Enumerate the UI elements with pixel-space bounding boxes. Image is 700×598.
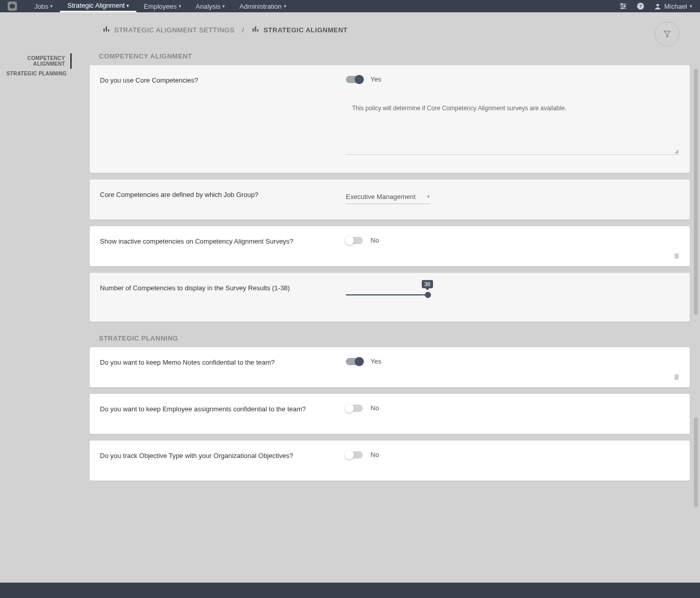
scrollbar[interactable] (694, 69, 698, 583)
toggle-memo-confidential[interactable] (346, 358, 363, 365)
select-value: Executive Management (346, 193, 416, 201)
dropdown-caret-icon: ▼ (426, 194, 430, 199)
user-name: Michael (664, 3, 687, 10)
nav-label: Jobs (34, 3, 48, 10)
slider-value: 38 (422, 280, 433, 288)
chevron-down-icon: ▾ (127, 3, 129, 8)
chevron-down-icon: ▾ (690, 4, 692, 9)
toggle-value: No (370, 451, 379, 459)
chevron-down-icon: ▾ (222, 4, 225, 9)
breadcrumb-label: STRATEGIC ALIGNMENT (263, 26, 347, 34)
setting-memo-confidential: Do you want to keep Memo Notes confident… (90, 347, 690, 387)
topbar-right: ? Michael ▾ (619, 2, 692, 10)
svg-marker-0 (9, 3, 15, 9)
sidebar-item-competency-alignment[interactable]: COMPETENCY ALIGNMENT (0, 53, 72, 69)
toggle-value: No (370, 236, 379, 244)
nav-employees[interactable]: Employees▾ (136, 0, 188, 12)
setting-label: Do you track Objective Type with your Or… (100, 451, 346, 470)
main-nav: Jobs▾ Strategic Alignment▾ Employees▾ An… (27, 0, 294, 12)
setting-label: Do you want to keep Memo Notes confident… (100, 357, 346, 377)
setting-label: Show inactive competencies on Competency… (100, 236, 346, 256)
main-content: STRATEGIC ALIGNMENT SETTINGS / STRATEGIC… (72, 12, 700, 583)
svg-rect-16 (257, 29, 259, 31)
help-icon[interactable]: ? (636, 2, 645, 10)
nav-administration[interactable]: Administration▾ (232, 0, 293, 12)
nav-label: Administration (239, 3, 281, 10)
svg-text:?: ? (639, 4, 642, 9)
svg-rect-15 (255, 27, 256, 32)
sidebar: COMPETENCY ALIGNMENT STRATEGIC PLANNING (0, 12, 72, 583)
page-body: COMPETENCY ALIGNMENT STRATEGIC PLANNING … (0, 12, 700, 583)
toggle-value: No (370, 404, 379, 412)
filter-button[interactable] (655, 22, 680, 46)
slider-num-competencies[interactable]: 38 (346, 294, 428, 295)
breadcrumb-settings[interactable]: STRATEGIC ALIGNMENT SETTINGS (102, 25, 235, 34)
setting-label: Do you use Core Competencies? (100, 75, 346, 163)
setting-label: Do you want to keep Employee assignments… (100, 404, 346, 424)
setting-core-competencies: Do you use Core Competencies? Yes This p… (90, 65, 690, 173)
svg-rect-13 (108, 29, 110, 31)
svg-rect-14 (253, 28, 254, 31)
bar-chart-icon (252, 25, 259, 34)
breadcrumb: STRATEGIC ALIGNMENT SETTINGS / STRATEGIC… (90, 25, 690, 34)
setting-label: Number of Competencies to display in the… (100, 283, 346, 311)
section-title-competency: COMPETENCY ALIGNMENT (90, 52, 690, 60)
setting-num-competencies: Number of Competencies to display in the… (90, 273, 690, 322)
toggle-value: Yes (370, 75, 381, 83)
breadcrumb-separator: / (242, 26, 244, 34)
breadcrumb-current: STRATEGIC ALIGNMENT (252, 25, 347, 34)
nav-label: Analysis (196, 3, 220, 10)
chevron-down-icon: ▾ (179, 4, 181, 9)
svg-rect-11 (104, 28, 105, 31)
app-logo[interactable] (8, 2, 17, 11)
settings-icon[interactable] (619, 2, 627, 10)
toggle-show-inactive[interactable] (346, 237, 363, 244)
toggle-value: Yes (370, 357, 381, 365)
nav-analysis[interactable]: Analysis▾ (189, 0, 232, 12)
toggle-objective-type[interactable] (346, 451, 363, 459)
svg-marker-10 (664, 31, 670, 37)
setting-objective-type: Do you track Objective Type with your Or… (90, 441, 690, 481)
toggle-core-competencies[interactable] (346, 76, 363, 83)
svg-rect-12 (106, 27, 107, 32)
top-bar: Jobs▾ Strategic Alignment▾ Employees▾ An… (0, 0, 700, 12)
note-icon[interactable] (673, 252, 681, 261)
setting-description[interactable]: This policy will determine if Core Compe… (346, 98, 680, 155)
svg-point-5 (624, 6, 626, 7)
nav-jobs[interactable]: Jobs▾ (27, 0, 60, 12)
nav-label: Strategic Alignment (67, 2, 125, 9)
footer-bar (0, 583, 700, 598)
user-menu[interactable]: Michael ▾ (654, 3, 692, 10)
svg-point-6 (622, 8, 624, 9)
svg-point-4 (621, 4, 623, 5)
setting-employee-confidential: Do you want to keep Employee assignments… (90, 394, 690, 434)
svg-point-9 (656, 4, 659, 6)
setting-label: Core Competencies are defined by which J… (100, 190, 346, 209)
section-title-planning: STRATEGIC PLANNING (90, 334, 690, 342)
select-job-group[interactable]: Executive Management ▼ (346, 190, 430, 204)
chevron-down-icon: ▾ (284, 4, 286, 9)
note-icon[interactable] (673, 373, 681, 382)
setting-job-group: Core Competencies are defined by which J… (90, 180, 690, 220)
nav-strategic-alignment[interactable]: Strategic Alignment▾ (60, 0, 136, 12)
breadcrumb-label: STRATEGIC ALIGNMENT SETTINGS (114, 26, 235, 34)
bar-chart-icon (102, 25, 110, 34)
setting-show-inactive: Show inactive competencies on Competency… (90, 226, 690, 266)
chevron-down-icon: ▾ (50, 4, 53, 9)
nav-label: Employees (143, 3, 176, 10)
sidebar-item-strategic-planning[interactable]: STRATEGIC PLANNING (0, 69, 72, 78)
toggle-employee-confidential[interactable] (346, 405, 363, 412)
